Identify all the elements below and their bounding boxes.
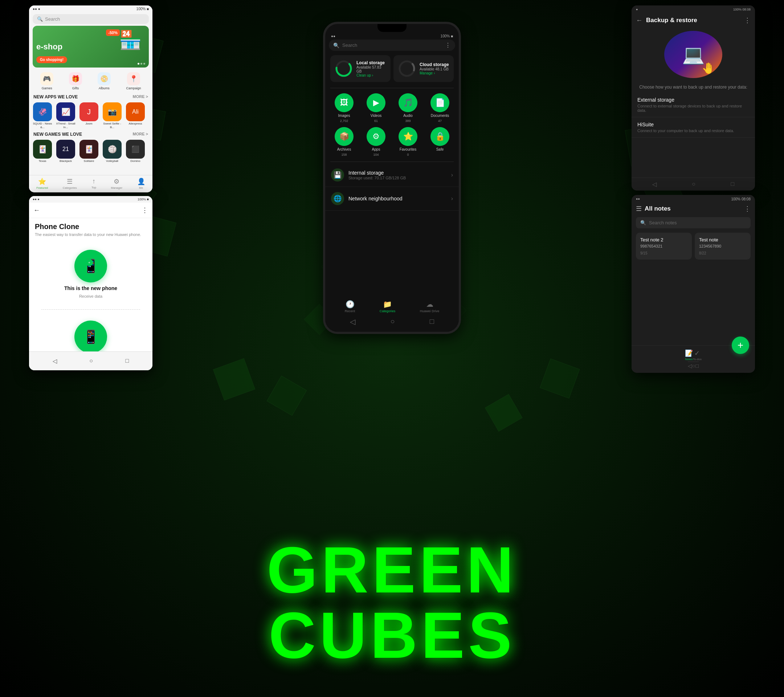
cloud-storage-card[interactable]: Cloud storage Available 48.1 GB Manage › xyxy=(394,55,454,82)
quick-icon-campaign[interactable]: 📍 Campaign xyxy=(126,72,141,90)
nav-recent[interactable]: 🕐 Recent xyxy=(345,300,355,313)
list-item[interactable]: 🦑 SQUID - News &... xyxy=(32,102,53,129)
appstore-search-bar[interactable]: 🔍 Search xyxy=(33,14,149,24)
notes-sys-home[interactable]: ○ xyxy=(692,363,695,369)
nav-notes[interactable]: 📝 Notes xyxy=(685,349,693,361)
fm-search-bar[interactable]: 🔍 Search ⋮ xyxy=(329,40,455,51)
notes-menu-icon[interactable]: ☰ xyxy=(636,205,642,213)
backup-menu-icon[interactable]: ⋮ xyxy=(744,16,751,24)
backup-top-bar: ← Backup & restore ⋮ xyxy=(632,12,755,27)
list-item[interactable]: 📸 Sweet Selfie - B... xyxy=(102,102,123,129)
nav-me[interactable]: 👤 Me xyxy=(137,178,145,189)
nav-manager[interactable]: ⚙ Manager xyxy=(111,178,123,189)
audio-icon: 🎵 xyxy=(399,93,417,112)
manager-label: Manager xyxy=(111,186,123,189)
list-item[interactable]: Ali Aliexpress xyxy=(125,102,146,129)
branding-line2: CUBES xyxy=(145,603,639,668)
sys-home-icon[interactable]: ○ xyxy=(85,356,97,366)
notes-more-icon[interactable]: ⋮ xyxy=(744,205,751,213)
new-phone-icon: 📱+ xyxy=(74,250,107,282)
selfie-label: Sweet Selfie - B... xyxy=(102,122,123,129)
new-apps-more[interactable]: MORE > xyxy=(133,94,148,99)
clone-status-right: 100% ■ xyxy=(138,198,149,201)
backup-back-icon[interactable]: ← xyxy=(636,17,642,24)
nav-categories[interactable]: 📁 Categories xyxy=(380,300,395,313)
appstore-phone: ●● ● 100% ■ 🔍 Search e-shop 🏪 -50% Go sh… xyxy=(29,5,152,193)
squid-icon: 🦑 xyxy=(33,102,52,121)
list-item[interactable]: 21 Blackjack xyxy=(55,140,76,163)
quick-icon-games[interactable]: 🎮 Games xyxy=(40,72,53,90)
fm-menu-icon[interactable]: ⋮ xyxy=(445,42,451,49)
clone-status-left: ●● ● xyxy=(33,198,40,201)
list-item[interactable]: Test note 1234567890 8/22 xyxy=(695,233,751,260)
hisuite-title: HiSuite xyxy=(637,122,749,127)
eshop-banner[interactable]: e-shop 🏪 -50% Go shopping! xyxy=(33,26,149,68)
fm-nav-row: 🕐 Recent 📁 Categories ☁ Huawei Drive xyxy=(325,298,459,315)
quick-icon-gifts[interactable]: 🎁 Gifts xyxy=(69,72,82,90)
huawei-drive-label: Huawei Drive xyxy=(420,309,440,313)
todos-icon: ✓ xyxy=(694,349,700,357)
back-arrow-icon[interactable]: ← xyxy=(33,206,40,214)
notes-sys-recent[interactable]: □ xyxy=(695,363,699,369)
new-games-more[interactable]: MORE > xyxy=(133,132,148,137)
local-storage-card[interactable]: Local storage Available 57.83 GB Clean u… xyxy=(330,55,390,82)
file-cell-favourites[interactable]: ⭐ Favourites 0 xyxy=(394,127,422,157)
network-item[interactable]: 🌐 Network neighbourhood › xyxy=(325,187,459,211)
solitaire-icon: 🃏 xyxy=(79,140,98,159)
quick-icon-albums[interactable]: 📀 Albums xyxy=(98,72,111,90)
internal-storage-chevron: › xyxy=(451,172,453,178)
file-cell-images[interactable]: 🖼 Images 2,702 xyxy=(330,93,358,123)
external-storage-title: External storage xyxy=(637,97,749,103)
nav-categories[interactable]: ☰ Categories xyxy=(63,178,77,189)
old-phone-icon: 📱 xyxy=(74,321,107,353)
list-item[interactable]: J Joom xyxy=(78,102,99,129)
note2-title: Test note 2 xyxy=(640,237,687,242)
file-cell-videos[interactable]: ▶ Videos 61 xyxy=(362,93,390,123)
local-storage-available: Available 57.83 GB xyxy=(356,65,386,73)
clone-menu-icon[interactable]: ⋮ xyxy=(142,206,148,214)
list-item[interactable]: 🃏 Texas xyxy=(32,140,53,163)
nav-todos[interactable]: ✓ To-dos xyxy=(693,349,702,361)
nav-top[interactable]: ↑ Top xyxy=(91,178,96,189)
status-right: 100% ■ xyxy=(137,7,149,11)
file-cell-safe[interactable]: 🔒 Safe xyxy=(426,127,454,157)
xtrend-icon: 📈 xyxy=(56,102,75,121)
backup-sys-back[interactable]: ◁ xyxy=(652,181,657,188)
nav-huawei-drive[interactable]: ☁ Huawei Drive xyxy=(420,300,440,313)
sys-back-btn[interactable]: ◁ xyxy=(350,317,355,326)
list-item[interactable]: 🏐 Volleyball xyxy=(102,140,123,163)
external-storage-option[interactable]: External storage Connect to external sto… xyxy=(632,92,755,117)
sys-home-btn[interactable]: ○ xyxy=(390,317,395,326)
add-note-fab-button[interactable]: + xyxy=(732,336,749,354)
notes-sys-back[interactable]: ◁ xyxy=(688,363,692,369)
file-cell-documents[interactable]: 📄 Documents 47 xyxy=(426,93,454,123)
backup-sys-home[interactable]: ○ xyxy=(692,181,695,188)
eshop-discount: -50% xyxy=(106,30,120,36)
list-item[interactable]: Test note 2 9987654321 9/15 xyxy=(636,233,692,260)
go-shopping-button[interactable]: Go shopping! xyxy=(36,56,67,63)
list-item[interactable]: 🃏 Solitaire xyxy=(78,140,99,163)
sys-back-icon[interactable]: ◁ xyxy=(48,356,61,366)
nav-featured[interactable]: ⭐ Featured xyxy=(36,178,48,189)
clone-title: Phone Clone xyxy=(29,218,152,232)
internal-storage-item[interactable]: 💾 Internal storage Storage used: 70.17 G… xyxy=(325,163,459,187)
backup-status-right: 100% 08:08 xyxy=(733,8,751,11)
categories-icon: ☰ xyxy=(67,178,72,186)
new-phone-label: This is the new phone xyxy=(64,285,117,291)
cloud-storage-action[interactable]: Manage › xyxy=(420,71,449,75)
backup-bottom-nav: ◁ ○ □ xyxy=(632,178,755,191)
sys-recent-icon[interactable]: □ xyxy=(121,356,133,366)
list-item[interactable]: ⬛ Domino xyxy=(125,140,146,163)
notes-search-bar[interactable]: 🔍 Search notes xyxy=(636,217,751,228)
svg-rect-17 xyxy=(485,394,522,431)
hisuite-option[interactable]: HiSuite Connect to your computer to back… xyxy=(632,117,755,138)
sys-recent-btn[interactable]: □ xyxy=(430,317,434,326)
backup-sys-recent[interactable]: □ xyxy=(731,181,735,188)
notes-label: Notes xyxy=(685,358,693,361)
file-cell-archives[interactable]: 📦 Archives 158 xyxy=(330,127,358,157)
list-item[interactable]: 📈 XTrend - Small In... xyxy=(55,102,76,129)
file-cell-audio[interactable]: 🎵 Audio 389 xyxy=(394,93,422,123)
eshop-icon: 🏪 xyxy=(119,30,142,51)
file-cell-apps[interactable]: ⚙ Apps 104 xyxy=(362,127,390,157)
local-storage-action[interactable]: Clean up › xyxy=(356,73,386,77)
